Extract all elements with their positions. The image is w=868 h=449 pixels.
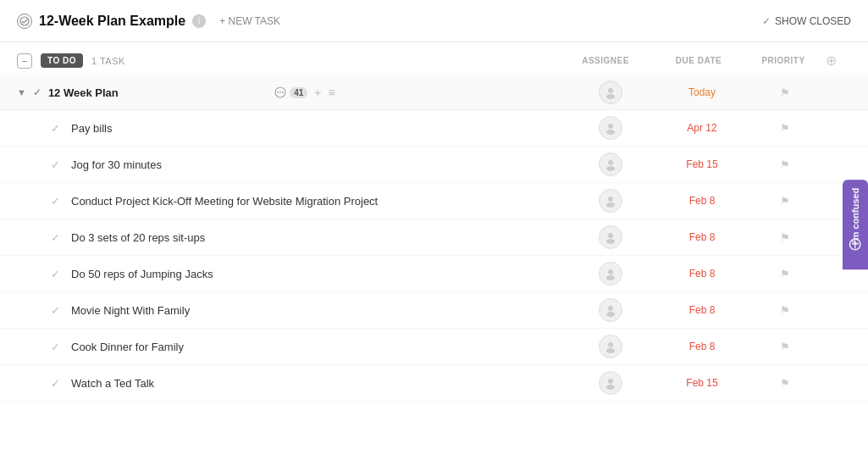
task-row: ✓ Watch a Ted Talk Feb 15 ⚑	[0, 365, 868, 402]
subtask-count: 41	[290, 87, 307, 98]
svg-point-3	[279, 91, 281, 93]
assignee-avatar[interactable]	[599, 225, 622, 249]
assignee-avatar[interactable]	[599, 262, 622, 285]
svg-point-10	[606, 166, 615, 171]
task-name: Cook Dinner for Family	[71, 341, 561, 353]
parent-due-date: Today	[660, 86, 744, 98]
confused-tab[interactable]: ⓘ I'm confused	[843, 180, 868, 269]
due-date: Feb 8	[660, 304, 744, 316]
svg-point-12	[606, 202, 615, 208]
assignee-avatar[interactable]	[599, 116, 622, 140]
task-row: ✓ Do 3 sets of 20 reps sit-ups Feb 8 ⚑	[0, 219, 868, 256]
priority-flag[interactable]: ⚑	[751, 304, 819, 317]
assignee-column-header: ASSIGNEE	[563, 56, 648, 65]
expand-arrow-icon[interactable]: ▼	[17, 87, 26, 97]
check-icon: ✓	[762, 15, 771, 27]
parent-check-icon[interactable]: ✓	[33, 86, 41, 98]
task-row: ✓ Attend a Seminar Feb 15 ⚑	[0, 402, 868, 406]
add-column-header[interactable]: ⊕	[826, 53, 851, 69]
svg-point-20	[606, 348, 615, 353]
show-closed-button[interactable]: ✓ SHOW CLOSED	[762, 15, 851, 27]
priority-flag[interactable]: ⚑	[751, 195, 819, 208]
task-name: Do 50 reps of Jumping Jacks	[71, 268, 561, 280]
assignee-avatar[interactable]	[599, 298, 622, 322]
task-row: ✓ Jog for 30 minutes Feb 15 ⚑	[0, 147, 868, 183]
svg-point-9	[608, 160, 613, 165]
task-count: 1 TASK	[91, 56, 125, 66]
svg-point-15	[608, 269, 613, 274]
due-date: Feb 8	[660, 268, 744, 280]
priority-flag[interactable]: ⚑	[751, 158, 819, 171]
svg-point-11	[608, 197, 613, 202]
svg-point-4	[282, 91, 284, 93]
svg-point-0	[20, 17, 29, 25]
svg-point-2	[277, 91, 279, 93]
task-check-icon[interactable]: ✓	[51, 231, 64, 244]
parent-task-name: 12 Week Plan	[48, 86, 268, 99]
task-name: Jog for 30 minutes	[71, 158, 561, 171]
svg-point-16	[606, 275, 615, 280]
task-name: Pay bills	[71, 122, 561, 135]
task-check-icon[interactable]: ✓	[51, 122, 64, 135]
header-left: 12-Week Plan Example i + NEW TASK	[17, 12, 762, 30]
svg-point-5	[608, 88, 613, 93]
task-name: Watch a Ted Talk	[71, 377, 561, 390]
collapse-button[interactable]: −	[17, 53, 32, 69]
svg-point-7	[608, 124, 613, 129]
plan-status-icon[interactable]	[17, 14, 32, 29]
todo-badge: TO DO	[41, 53, 83, 68]
task-row: ✓ Conduct Project Kick-Off Meeting for W…	[0, 183, 868, 219]
task-check-icon[interactable]: ✓	[51, 158, 64, 171]
parent-assignee-avatar[interactable]	[599, 80, 622, 104]
due-date: Feb 8	[660, 341, 744, 352]
confused-icon: ⓘ	[848, 249, 863, 261]
assignee-avatar[interactable]	[599, 152, 622, 176]
task-list: ▼ ✓ 12 Week Plan 41 + ≡ Today ⚑ ✓ Pay bi…	[0, 75, 868, 406]
task-row: ✓ Do 50 reps of Jumping Jacks Feb 8 ⚑	[0, 256, 868, 292]
svg-point-6	[606, 94, 615, 99]
section-header: − TO DO 1 TASK ASSIGNEE DUE DATE PRIORIT…	[0, 42, 868, 75]
assignee-avatar[interactable]	[599, 189, 622, 213]
assignee-avatar[interactable]	[599, 371, 622, 395]
due-date: Feb 8	[660, 195, 744, 207]
priority-flag[interactable]: ⚑	[751, 122, 819, 135]
priority-flag[interactable]: ⚑	[751, 268, 819, 280]
svg-point-21	[608, 379, 613, 384]
task-row: ✓ Movie Night With Family Feb 8 ⚑	[0, 292, 868, 329]
new-task-button[interactable]: + NEW TASK	[213, 12, 287, 30]
task-check-icon[interactable]: ✓	[51, 377, 64, 390]
task-row: ✓ Cook Dinner for Family Feb 8 ⚑	[0, 329, 868, 365]
priority-flag[interactable]: ⚑	[751, 231, 819, 244]
priority-flag[interactable]: ⚑	[751, 377, 819, 390]
info-icon[interactable]: i	[192, 14, 206, 28]
due-date-column-header: DUE DATE	[656, 56, 741, 65]
parent-task-row: ▼ ✓ 12 Week Plan 41 + ≡ Today ⚑	[0, 75, 868, 110]
confused-label: I'm confused	[850, 188, 860, 245]
svg-point-17	[608, 306, 613, 311]
task-check-icon[interactable]: ✓	[51, 304, 64, 317]
due-date: Feb 8	[660, 231, 744, 243]
svg-point-19	[608, 342, 613, 347]
svg-point-8	[606, 130, 615, 135]
task-check-icon[interactable]: ✓	[51, 268, 64, 280]
svg-point-18	[606, 312, 615, 317]
task-check-icon[interactable]: ✓	[51, 341, 64, 353]
parent-priority-flag[interactable]: ⚑	[751, 86, 819, 99]
svg-point-22	[606, 385, 615, 390]
assignee-avatar[interactable]	[599, 335, 622, 358]
due-date: Feb 15	[660, 377, 744, 389]
due-date: Apr 12	[660, 122, 744, 134]
priority-flag[interactable]: ⚑	[751, 341, 819, 353]
drag-handle-icon[interactable]: ≡	[329, 86, 335, 99]
task-row: ✓ Pay bills Apr 12 ⚑	[0, 110, 868, 147]
due-date: Feb 15	[660, 158, 744, 170]
page-title: 12-Week Plan Example	[39, 14, 185, 29]
svg-point-14	[606, 239, 615, 244]
subtask-tag: 41	[274, 86, 307, 98]
svg-point-13	[608, 233, 613, 238]
task-name: Conduct Project Kick-Off Meeting for Web…	[71, 195, 561, 208]
add-subtask-icon[interactable]: +	[314, 86, 321, 99]
task-name: Movie Night With Family	[71, 304, 561, 317]
task-name: Do 3 sets of 20 reps sit-ups	[71, 231, 561, 244]
task-check-icon[interactable]: ✓	[51, 195, 64, 208]
